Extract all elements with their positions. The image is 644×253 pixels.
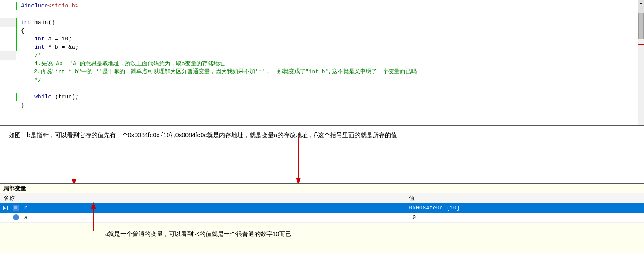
scroll-marker xyxy=(638,44,644,45)
editor-scrollbar[interactable]: ▲ + xyxy=(638,0,644,126)
line-code-cstart: /* xyxy=(17,51,41,60)
annotation-top-text: 如图，b是指针，可以看到它存的值先有一个0x0084fe0c {10} ,0x0… xyxy=(9,130,635,140)
code-line-blank2 xyxy=(0,84,644,93)
line-code-c2: 2.再说"int * b"中的'*'是干嘛的，简单点可以理解为区分普通变量，因为… xyxy=(17,68,417,76)
no-expand-a xyxy=(3,215,8,219)
line-code-1: #include<stdio.h> xyxy=(17,2,79,10)
line-gutter-main: − xyxy=(0,18,16,27)
svg-marker-3 xyxy=(296,178,301,183)
arrow-left-container xyxy=(67,143,81,183)
line-code-intb: int * b = &a; xyxy=(17,43,79,51)
arrow-left-svg xyxy=(67,143,81,183)
arrow-bottom-container xyxy=(85,201,102,234)
arrow-bottom-svg xyxy=(85,201,102,232)
line-code-blank2 xyxy=(17,84,24,93)
code-line-blank1 xyxy=(0,10,644,18)
var-icon-a xyxy=(13,214,19,220)
line-code-brace: { xyxy=(17,27,24,35)
line-gutter-cstart: − xyxy=(0,51,16,60)
var-icon-b xyxy=(13,205,19,211)
svg-marker-5 xyxy=(91,202,96,209)
vars-cell-a-value: 10 xyxy=(405,213,644,223)
vars-title: 局部变量 xyxy=(0,184,644,193)
vars-cell-a-name: a xyxy=(0,213,405,223)
code-line-main: − int main() xyxy=(0,18,644,27)
arrow-right-container xyxy=(292,138,305,183)
annotation-bottom-text: a就是一个普通的变量，可以看到它的值就是一个很普通的数字10而已 xyxy=(9,226,635,238)
code-content: #include<stdio.h> − int main() { in xyxy=(0,0,644,125)
col-header-value: 值 xyxy=(405,193,644,203)
line-code-blank1 xyxy=(17,10,24,18)
var-icon-b-inner xyxy=(14,206,17,209)
bottom-annotation-container: a就是一个普通的变量，可以看到它的值就是一个很普通的数字10而已 xyxy=(0,223,644,238)
vars-panel: 局部变量 名称 值 b xyxy=(0,183,644,253)
code-line-include: #include<stdio.h> xyxy=(0,2,644,10)
col-header-name: 名称 xyxy=(0,193,405,203)
line-code-while: while (true); xyxy=(17,93,79,101)
code-line-comment-end: */ xyxy=(0,76,644,84)
vars-cell-b-name: b xyxy=(0,203,405,213)
code-line-brace-close: } xyxy=(0,101,644,109)
var-value-b: 0x0084fe0c {10} xyxy=(409,205,460,211)
line-code-c1: 1.先说 &a '&'的意思是取地址，所以上面代码意为，取a变量的存储地址 xyxy=(17,60,225,68)
scroll-thumb[interactable] xyxy=(638,13,644,39)
var-name-b: b xyxy=(24,205,28,211)
line-code-main: int main() xyxy=(17,18,55,27)
code-editor: #include<stdio.h> − int main() { in xyxy=(0,0,644,126)
plus-scroll-btn[interactable]: + xyxy=(638,6,644,13)
code-line-brace-open: { xyxy=(0,27,644,35)
vars-cell-b-value: 0x0084fe0c {10} xyxy=(405,203,644,213)
arrow-right-svg xyxy=(292,138,305,183)
collapse-main[interactable]: − xyxy=(10,18,12,27)
line-code-inta: int a = 10; xyxy=(17,35,72,43)
var-name-a: a xyxy=(24,214,28,221)
code-line-while: while (true); xyxy=(0,93,644,101)
collapse-comment[interactable]: − xyxy=(10,51,12,60)
annotation-area: 如图，b是指针，可以看到它存的值先有一个0x0084fe0c {10} ,0x0… xyxy=(0,126,644,183)
var-value-a: 10 xyxy=(409,214,416,221)
line-code-close: } xyxy=(17,101,24,109)
code-line-comment2: 2.再说"int * b"中的'*'是干嘛的，简单点可以理解为区分普通变量，因为… xyxy=(0,68,644,76)
expand-icon-b[interactable] xyxy=(3,206,8,210)
svg-marker-1 xyxy=(71,179,77,183)
code-line-int-a: int a = 10; xyxy=(0,35,644,43)
line-code-cend: */ xyxy=(17,76,41,84)
code-line-comment1: 1.先说 &a '&'的意思是取地址，所以上面代码意为，取a变量的存储地址 xyxy=(0,60,644,68)
code-line-int-b: int * b = &a; xyxy=(0,43,644,51)
code-line-comment-start: − /* xyxy=(0,51,644,60)
